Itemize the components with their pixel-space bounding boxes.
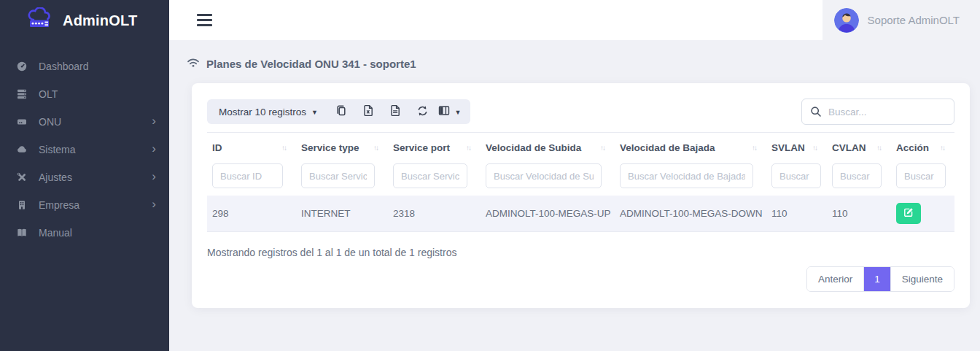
sidebar-nav: Dashboard OLT ONU › Sistema › — [0, 41, 169, 247]
sort-icon: ↑↓ — [373, 144, 379, 152]
datatable-toolbar: Mostrar 10 registros ▼ — [207, 99, 954, 125]
cell-id: 298 — [207, 196, 296, 232]
filter-input-velocidad-subida[interactable] — [486, 163, 602, 188]
sidebar-item-label: Manual — [39, 227, 156, 239]
brand-title: AdminOLT — [63, 12, 137, 29]
sidebar-item-empresa[interactable]: Empresa › — [0, 191, 169, 219]
column-header-velocidad-subida[interactable]: Velocidad de Subida↑↓ — [481, 133, 615, 163]
filter-input-service-type[interactable] — [301, 163, 375, 188]
sidebar-item-olt[interactable]: OLT — [0, 80, 169, 108]
sidebar-item-sistema[interactable]: Sistema › — [0, 136, 169, 163]
sort-icon: ↑↓ — [940, 144, 946, 152]
device-icon — [15, 116, 28, 128]
table-search — [801, 99, 954, 125]
wifi-icon — [187, 57, 200, 71]
content: Planes de Velocidad ONU 341 - soporte1 M… — [169, 40, 980, 308]
table-header-row: ID↑↓ Service type↑↓ Service port↑↓ Veloc… — [207, 133, 954, 163]
sort-icon: ↑↓ — [281, 144, 287, 152]
cell-svlan: 110 — [766, 196, 827, 232]
datatable-card: Mostrar 10 registros ▼ — [192, 83, 970, 308]
copy-button[interactable] — [328, 99, 355, 124]
refresh-button[interactable] — [409, 99, 436, 124]
adminolt-logo-icon — [25, 7, 57, 34]
plans-table: ID↑↓ Service type↑↓ Service port↑↓ Veloc… — [207, 132, 954, 232]
sidebar-item-dashboard[interactable]: Dashboard — [0, 53, 169, 80]
column-header-service-type[interactable]: Service type↑↓ — [296, 133, 388, 163]
topbar: Soporte AdminOLT — [169, 0, 980, 40]
search-icon — [810, 106, 822, 120]
sidebar: AdminOLT Dashboard OLT ONU › — [0, 0, 169, 351]
table-filter-row — [207, 162, 954, 196]
cloud-icon — [15, 144, 28, 156]
excel-export-button[interactable] — [355, 99, 382, 124]
brand[interactable]: AdminOLT — [0, 0, 169, 41]
sort-icon: ↑↓ — [752, 144, 758, 152]
table-info-text: Mostrando registros del 1 al 1 de un tot… — [207, 247, 954, 258]
user-name: Soporte AdminOLT — [868, 14, 960, 26]
previous-page-button[interactable]: Anterior — [807, 267, 864, 291]
filter-input-id[interactable] — [212, 163, 283, 188]
book-icon — [15, 227, 28, 239]
server-icon — [15, 88, 28, 101]
user-avatar — [834, 8, 859, 33]
table-row: 298 INTERNET 2318 ADMINOLT-100-MEGAS-UP … — [207, 196, 954, 232]
page-title: Planes de Velocidad ONU 341 - soporte1 — [187, 57, 970, 71]
sort-icon: ↑↓ — [812, 144, 818, 152]
column-header-svlan[interactable]: SVLAN↑↓ — [766, 133, 827, 163]
sort-icon: ↑↓ — [600, 144, 606, 152]
sort-icon: ↑↓ — [466, 144, 472, 152]
sidebar-item-ajustes[interactable]: Ajustes › — [0, 163, 169, 191]
sidebar-item-label: ONU — [39, 116, 152, 128]
edit-button[interactable] — [896, 203, 921, 224]
main-area: Soporte AdminOLT Planes de Velocidad ONU… — [169, 0, 980, 351]
column-header-velocidad-bajada[interactable]: Velocidad de Bajada↑↓ — [615, 133, 766, 163]
page-title-text: Planes de Velocidad ONU 341 - soporte1 — [206, 58, 416, 70]
page-length-dropdown[interactable]: Mostrar 10 registros ▼ — [207, 99, 328, 124]
chevron-right-icon: › — [152, 142, 156, 157]
sidebar-item-label: Empresa — [39, 199, 152, 211]
menu-toggle-icon[interactable] — [197, 12, 212, 29]
filter-input-service-port[interactable] — [393, 163, 467, 188]
sidebar-item-manual[interactable]: Manual — [0, 219, 169, 247]
file-icon — [390, 104, 401, 119]
cell-velocidad-bajada: ADMINOLT-100-MEGAS-DOWN — [615, 196, 766, 232]
refresh-icon — [416, 105, 429, 119]
column-visibility-button[interactable]: ▼ — [436, 99, 463, 124]
column-header-id[interactable]: ID↑↓ — [207, 133, 296, 163]
edit-icon — [903, 207, 914, 220]
filter-input-velocidad-bajada[interactable] — [620, 163, 753, 188]
filter-input-accion[interactable] — [896, 163, 946, 188]
sort-icon: ↑↓ — [876, 144, 882, 152]
cell-cvlan: 110 — [827, 196, 891, 232]
app-window: AdminOLT Dashboard OLT ONU › — [0, 0, 980, 351]
cell-accion — [891, 196, 954, 232]
sidebar-item-label: OLT — [39, 88, 156, 100]
cell-service-port: 2318 — [388, 196, 481, 232]
caret-down-icon: ▼ — [311, 107, 318, 116]
user-menu[interactable]: Soporte AdminOLT — [822, 0, 980, 40]
sidebar-item-label: Sistema — [39, 144, 152, 155]
excel-icon — [363, 104, 374, 119]
gauge-icon — [15, 61, 28, 73]
chevron-right-icon: › — [152, 170, 156, 185]
filter-input-cvlan[interactable] — [832, 163, 882, 188]
chevron-right-icon: › — [152, 198, 156, 212]
next-page-button[interactable]: Siguiente — [890, 267, 954, 291]
columns-icon — [438, 105, 451, 118]
cell-service-type: INTERNET — [296, 196, 388, 232]
building-icon — [15, 199, 28, 212]
sidebar-item-label: Ajustes — [39, 171, 152, 183]
file-export-button[interactable] — [382, 99, 409, 124]
page-number-button[interactable]: 1 — [864, 267, 890, 291]
column-header-accion[interactable]: Acción↑↓ — [891, 133, 954, 163]
search-input[interactable] — [801, 99, 954, 125]
column-header-service-port[interactable]: Service port↑↓ — [388, 133, 481, 163]
copy-icon — [335, 104, 347, 119]
column-header-cvlan[interactable]: CVLAN↑↓ — [827, 133, 891, 163]
datatable-buttons-group: Mostrar 10 registros ▼ — [207, 99, 470, 124]
sidebar-item-onu[interactable]: ONU › — [0, 108, 169, 136]
filter-input-svlan[interactable] — [771, 163, 821, 188]
caret-down-icon: ▼ — [455, 107, 462, 116]
page-length-label: Mostrar 10 registros — [219, 107, 306, 117]
tools-icon — [15, 171, 28, 184]
